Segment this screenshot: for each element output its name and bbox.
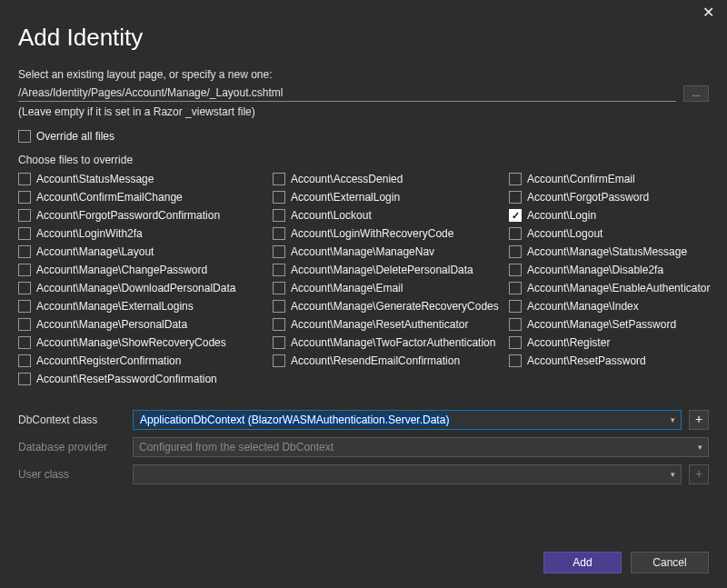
- chevron-down-icon: ▾: [671, 415, 675, 424]
- file-label: Account\Manage\Layout: [36, 245, 154, 258]
- file-label: Account\Manage\ExternalLogins: [36, 300, 194, 313]
- file-label: Account\ExternalLogin: [291, 191, 400, 204]
- file-checkbox[interactable]: [509, 318, 522, 331]
- cancel-button[interactable]: Cancel: [631, 552, 709, 573]
- file-label: Account\ConfirmEmailChange: [36, 191, 183, 204]
- file-checkbox[interactable]: [273, 173, 285, 185]
- file-label: Account\AccessDenied: [291, 173, 403, 185]
- file-label: Account\Manage\Email: [291, 282, 403, 294]
- file-label: Account\Manage\PersonalData: [36, 318, 187, 331]
- chevron-down-icon: ▾: [698, 443, 702, 452]
- file-checkbox[interactable]: [18, 173, 31, 185]
- file-checkbox[interactable]: [18, 245, 31, 258]
- file-label: Account\Manage\TwoFactorAuthentication: [291, 336, 495, 349]
- file-label: Account\Manage\Index: [527, 300, 639, 313]
- file-label: Account\RegisterConfirmation: [36, 354, 181, 367]
- dbcontext-combo[interactable]: ApplicationDbContext (BlazorWASMAuthenti…: [133, 410, 682, 430]
- file-checkbox[interactable]: [18, 264, 31, 276]
- file-label: Account\Manage\DeletePersonalData: [291, 264, 473, 276]
- file-checkbox[interactable]: [18, 354, 31, 367]
- file-label: Account\Manage\DownloadPersonalData: [36, 282, 235, 294]
- file-label: Account\ResendEmailConfirmation: [291, 354, 460, 367]
- file-label: Account\ResetPasswordConfirmation: [36, 373, 217, 385]
- file-label: Account\ForgotPasswordConfirmation: [36, 209, 220, 222]
- layout-path-input[interactable]: /Areas/Identity/Pages/Account/Manage/_La…: [18, 86, 676, 102]
- file-label: Account\Login: [527, 209, 596, 222]
- file-label: Account\Manage\GenerateRecoveryCodes: [291, 300, 499, 313]
- dbprovider-label: Database provider: [18, 441, 125, 453]
- file-label: Account\LoginWithRecoveryCode: [291, 227, 453, 240]
- file-checkbox[interactable]: [273, 191, 285, 204]
- file-checkbox[interactable]: [18, 373, 31, 385]
- file-checkbox[interactable]: [509, 282, 522, 294]
- file-checkbox[interactable]: [18, 336, 31, 349]
- file-label: Account\ConfirmEmail: [527, 173, 635, 185]
- override-all-label: Override all files: [36, 130, 115, 143]
- file-checkbox[interactable]: [509, 173, 522, 185]
- file-checkbox[interactable]: [273, 336, 285, 349]
- choose-files-label: Choose files to override: [18, 154, 709, 166]
- file-label: Account\Manage\ResetAuthenticator: [291, 318, 468, 331]
- file-label: Account\ResetPassword: [527, 354, 646, 367]
- file-label: Account\Manage\EnableAuthenticator: [527, 282, 710, 294]
- add-dbcontext-button[interactable]: +: [689, 410, 709, 430]
- file-label: Account\StatusMessage: [36, 173, 154, 185]
- browse-button[interactable]: ...: [683, 85, 709, 102]
- file-checkbox[interactable]: [509, 300, 522, 313]
- file-checkbox[interactable]: [18, 227, 31, 240]
- file-grid: Account\StatusMessageAccount\AccessDenie…: [18, 172, 709, 386]
- close-icon[interactable]: ✕: [702, 5, 714, 20]
- file-checkbox[interactable]: [18, 300, 31, 313]
- dbprovider-value: Configured from the selected DbContext: [139, 441, 334, 453]
- file-checkbox[interactable]: [509, 209, 522, 222]
- file-label: Account\Lockout: [291, 209, 372, 222]
- file-checkbox[interactable]: [18, 318, 31, 331]
- file-checkbox[interactable]: [273, 209, 285, 222]
- dialog-title: Add Identity: [18, 24, 709, 52]
- file-label: Account\Logout: [527, 227, 603, 240]
- file-checkbox[interactable]: [18, 282, 31, 294]
- dbcontext-label: DbContext class: [18, 414, 125, 426]
- file-label: Account\Register: [527, 336, 610, 349]
- add-button[interactable]: Add: [543, 552, 622, 573]
- layout-prompt: Select an existing layout page, or speci…: [18, 66, 709, 84]
- userclass-label: User class: [18, 468, 125, 481]
- file-checkbox[interactable]: [273, 354, 285, 367]
- file-checkbox[interactable]: [509, 191, 522, 204]
- file-checkbox[interactable]: [18, 209, 31, 222]
- file-checkbox[interactable]: [273, 282, 285, 294]
- add-userclass-button: +: [689, 464, 709, 484]
- file-checkbox[interactable]: [273, 300, 285, 313]
- file-checkbox[interactable]: [509, 264, 522, 276]
- file-checkbox[interactable]: [273, 245, 285, 258]
- chevron-down-icon: ▾: [671, 470, 675, 479]
- file-label: Account\ForgotPassword: [527, 191, 649, 204]
- file-checkbox[interactable]: [509, 227, 522, 240]
- file-checkbox[interactable]: [509, 354, 522, 367]
- dbprovider-combo: Configured from the selected DbContext ▾: [133, 437, 709, 457]
- file-checkbox[interactable]: [18, 191, 31, 204]
- dbcontext-value: ApplicationDbContext (BlazorWASMAuthenti…: [139, 414, 450, 426]
- file-label: Account\Manage\SetPassword: [527, 318, 676, 331]
- file-checkbox[interactable]: [273, 227, 285, 240]
- file-label: Account\Manage\StatusMessage: [527, 245, 687, 258]
- file-label: Account\Manage\Disable2fa: [527, 264, 663, 276]
- file-checkbox[interactable]: [273, 264, 285, 276]
- dialog-root: ✕ Add Identity Select an existing layout…: [0, 0, 727, 588]
- layout-hint: (Leave empty if it is set in a Razor _vi…: [18, 104, 709, 121]
- file-checkbox[interactable]: [509, 336, 522, 349]
- file-checkbox[interactable]: [273, 318, 285, 331]
- file-label: Account\Manage\ShowRecoveryCodes: [36, 336, 226, 349]
- file-label: Account\LoginWith2fa: [36, 227, 143, 240]
- userclass-combo[interactable]: ▾: [133, 464, 682, 484]
- file-checkbox[interactable]: [509, 245, 522, 258]
- file-label: Account\Manage\ManageNav: [291, 245, 434, 258]
- override-all-checkbox[interactable]: [18, 130, 31, 143]
- file-label: Account\Manage\ChangePassword: [36, 264, 207, 276]
